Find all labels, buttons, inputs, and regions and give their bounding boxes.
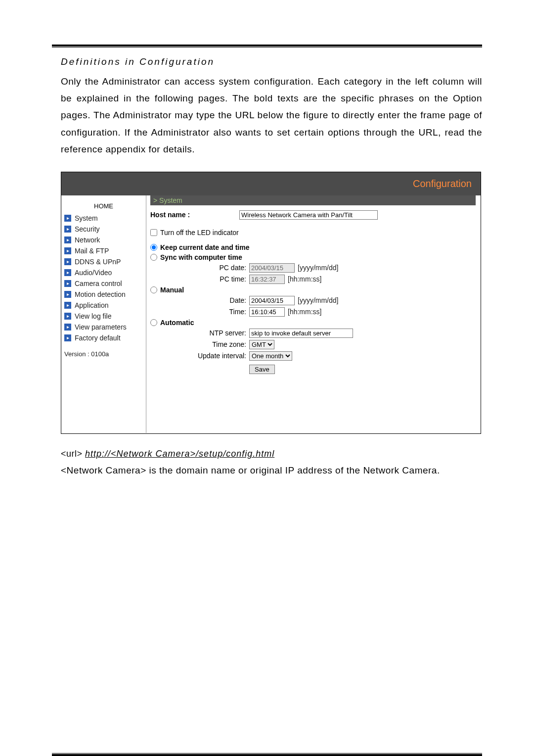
nav-label: Application [75,301,109,309]
arrow-icon: ▸ [64,215,71,222]
led-checkbox[interactable] [150,229,157,236]
top-rule [52,45,482,47]
pc-date-hint: [yyyy/mm/dd] [298,264,338,272]
pc-time-input [249,275,285,284]
hostname-input[interactable] [239,210,378,220]
arrow-icon: ▸ [64,236,71,243]
config-header: Configuration [61,172,481,195]
hostname-label: Host name : [150,211,239,219]
nav-view-log-file[interactable]: ▸View log file [61,311,146,322]
arrow-icon: ▸ [64,302,71,309]
ntp-label: NTP server: [150,329,249,337]
ntp-input[interactable] [249,329,353,338]
manual-time-hint: [hh:mm:ss] [288,308,321,316]
keep-radio[interactable] [150,244,157,251]
bottom-rule [52,753,482,756]
nav-label: DDNS & UPnP [75,258,121,266]
pc-date-label: PC date: [150,264,249,272]
nav-view-parameters[interactable]: ▸View parameters [61,322,146,332]
manual-date-hint: [yyyy/mm/dd] [298,296,338,304]
nav-security[interactable]: ▸Security [61,224,146,235]
tz-select[interactable]: GMT [249,340,274,349]
pc-time-label: PC time: [150,275,249,283]
nav-label: Camera control [75,280,122,287]
nav-system[interactable]: ▸System [61,213,146,224]
nav-label: View log file [75,312,111,320]
section-title: Definitions in Configuration [61,56,482,67]
version-label: Version : 0100a [61,343,146,365]
content-panel: > System Host name : Turn off the LED in… [146,195,481,433]
nav-audio-video[interactable]: ▸Audio/Video [61,267,146,278]
manual-date-label: Date: [150,296,249,304]
arrow-icon: ▸ [64,226,71,233]
arrow-icon: ▸ [64,258,71,265]
auto-radio[interactable] [150,319,157,326]
arrow-icon: ▸ [64,313,71,320]
nav-motion-detection[interactable]: ▸Motion detection [61,289,146,300]
sync-label: Sync with computer time [160,253,242,261]
config-screenshot: Configuration HOME ▸System ▸Security ▸Ne… [61,172,481,434]
nav-network[interactable]: ▸Network [61,235,146,245]
url-line: <url> http://<Network Camera>/setup/conf… [61,449,482,459]
nav-application[interactable]: ▸Application [61,300,146,311]
sidebar: HOME ▸System ▸Security ▸Network ▸Mail & … [61,195,146,433]
nav-mail-ftp[interactable]: ▸Mail & FTP [61,245,146,256]
interval-select[interactable]: One month [249,351,292,361]
url-prefix: <url> [61,449,85,459]
arrow-icon: ▸ [64,247,71,254]
tz-label: Time zone: [150,340,249,348]
body-paragraph: Only the Administrator can access system… [61,73,482,158]
nav-factory-default[interactable]: ▸Factory default [61,332,146,343]
nav-camera-control[interactable]: ▸Camera control [61,278,146,289]
note-line: <Network Camera> is the domain name or o… [61,465,482,476]
nav-label: System [75,214,98,222]
arrow-icon: ▸ [64,269,71,276]
keep-label: Keep current date and time [160,243,250,251]
home-link[interactable]: HOME [61,199,146,213]
arrow-icon: ▸ [64,334,71,341]
nav-label: Security [75,225,100,233]
manual-date-input[interactable] [249,296,295,305]
nav-label: Mail & FTP [75,247,109,255]
manual-label: Manual [160,286,184,294]
led-label: Turn off the LED indicator [160,229,239,236]
save-button[interactable]: Save [249,365,275,374]
nav-ddns-upnp[interactable]: ▸DDNS & UPnP [61,256,146,267]
manual-radio[interactable] [150,286,157,293]
pc-time-hint: [hh:mm:ss] [288,275,321,283]
pc-date-input [249,263,295,273]
auto-label: Automatic [160,319,194,327]
nav-label: Network [75,236,100,244]
sync-radio[interactable] [150,254,157,261]
interval-label: Update interval: [150,352,249,360]
arrow-icon: ▸ [64,291,71,298]
manual-time-input[interactable] [249,307,285,317]
manual-time-label: Time: [150,308,249,316]
nav-label: Factory default [75,334,121,342]
nav-label: Audio/Video [75,269,112,277]
breadcrumb: > System [150,195,476,205]
arrow-icon: ▸ [64,280,71,287]
nav-label: Motion detection [75,290,126,298]
arrow-icon: ▸ [64,324,71,331]
nav-label: View parameters [75,323,127,331]
config-url-link[interactable]: http://<Network Camera>/setup/config.htm… [85,449,274,459]
